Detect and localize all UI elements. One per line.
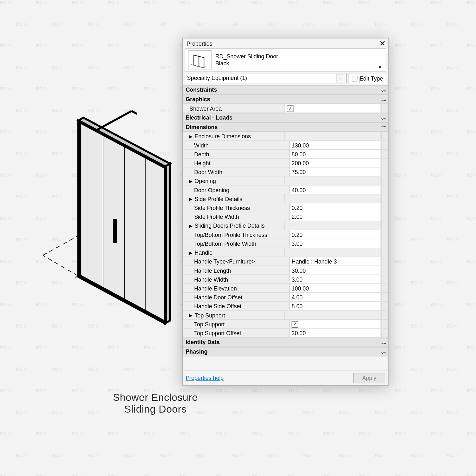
svg-rect-198: [24, 238, 27, 241]
svg-rect-350: [311, 411, 314, 414]
param-handle-width: Handle Width3.00: [183, 275, 388, 284]
svg-rect-23: [204, 23, 206, 25]
svg-rect-1: [44, 1, 47, 4]
expand-icon: ▶: [189, 134, 192, 139]
svg-rect-349: [276, 411, 278, 414]
param-side-width: Side Profile Width2.00: [183, 212, 388, 221]
svg-rect-318: [455, 368, 458, 370]
svg-rect-76: [152, 88, 154, 90]
svg-rect-155: [403, 174, 406, 176]
type-selector[interactable]: RD_Shower Sliding Door Black ▼: [185, 49, 386, 72]
category-identity[interactable]: Identity Data⌄⌄: [183, 337, 388, 347]
type-thumbnail: [188, 50, 212, 70]
svg-rect-47: [403, 44, 406, 47]
svg-line-439: [132, 111, 137, 114]
svg-rect-75: [116, 88, 119, 90]
svg-rect-138: [455, 152, 458, 155]
svg-rect-102: [455, 109, 458, 112]
group-handle[interactable]: ▶Handle: [183, 248, 388, 257]
edit-type-button[interactable]: Edit Type: [349, 73, 386, 84]
properties-help-link[interactable]: Properties help: [186, 375, 224, 381]
group-side-profile[interactable]: ▶Side Profile Details: [183, 194, 388, 203]
svg-rect-388: [383, 454, 386, 457]
param-door-width: Door Width75.00: [183, 167, 388, 176]
svg-rect-216: [8, 260, 11, 263]
group-sliding-profile[interactable]: ▶Sliding Doors Profile Details: [183, 221, 388, 230]
param-handle-door-offset: Handle Door Offset4.00: [183, 293, 388, 302]
category-selector[interactable]: Specialty Equipment (1) ⌄: [185, 73, 347, 83]
svg-rect-367: [260, 433, 262, 435]
svg-rect-90: [24, 109, 27, 112]
param-handle-type: Handle Type<Furniture>Handle : Handle 3: [183, 257, 388, 266]
svg-rect-362: [80, 433, 82, 435]
svg-rect-173: [419, 195, 422, 198]
svg-rect-389: [419, 454, 422, 457]
category-dimensions[interactable]: Dimensions⌃⌃: [183, 122, 388, 132]
svg-rect-144: [8, 174, 11, 176]
checkbox-checked-icon[interactable]: ✓: [292, 321, 298, 328]
svg-rect-174: [455, 195, 458, 198]
svg-rect-369: [331, 433, 334, 435]
category-electrical[interactable]: Electrical - Loads⌄⌄: [183, 113, 388, 122]
svg-rect-40: [152, 44, 154, 47]
svg-rect-38: [80, 44, 82, 47]
svg-rect-381: [132, 454, 134, 457]
category-phasing[interactable]: Phasing⌄⌄: [183, 347, 388, 356]
svg-rect-55: [60, 66, 62, 68]
svg-rect-5: [188, 1, 190, 4]
svg-rect-8: [296, 1, 298, 4]
properties-panel: Properties ✕ RD_Shower Sliding Door Blac…: [182, 38, 388, 386]
param-shower-area[interactable]: Shower Area ✓: [183, 104, 388, 113]
svg-rect-228: [439, 260, 442, 263]
svg-rect-25: [276, 23, 278, 25]
category-graphics[interactable]: Graphics⌄⌄: [183, 95, 388, 104]
expand-icon: ▶: [189, 223, 192, 228]
category-selector-label: Specialty Equipment (1): [187, 75, 247, 82]
chevron-down-icon[interactable]: ▼: [378, 65, 382, 70]
svg-rect-372: [439, 433, 442, 435]
chevron-down-icon[interactable]: ⌄: [336, 74, 344, 82]
svg-rect-363: [116, 433, 119, 435]
svg-rect-9: [331, 1, 334, 4]
svg-rect-264: [439, 303, 442, 306]
svg-rect-306: [24, 368, 27, 370]
svg-rect-30: [455, 23, 458, 25]
group-opening[interactable]: ▶Opening: [183, 177, 388, 186]
svg-rect-288: [8, 346, 11, 349]
svg-rect-73: [44, 88, 47, 90]
svg-rect-227: [403, 260, 406, 263]
svg-rect-282: [455, 325, 458, 327]
svg-rect-12: [439, 1, 442, 4]
svg-marker-435: [78, 121, 165, 323]
apply-button[interactable]: Apply: [353, 373, 385, 383]
svg-rect-383: [204, 454, 206, 457]
svg-rect-366: [224, 433, 226, 435]
svg-rect-54: [24, 66, 27, 68]
param-side-thickness: Side Profile Thickness0.20: [183, 203, 388, 212]
group-top-support[interactable]: ▶Top Support: [183, 311, 388, 320]
svg-rect-191: [403, 217, 406, 219]
type-names: RD_Shower Sliding Door Black: [215, 53, 278, 68]
product-title: Shower Enclosure Sliding Doors: [95, 392, 216, 415]
svg-rect-378: [24, 454, 27, 457]
svg-rect-6: [224, 1, 226, 4]
svg-rect-324: [8, 389, 11, 392]
svg-rect-386: [311, 454, 314, 457]
expand-icon: ▶: [189, 313, 192, 317]
svg-rect-180: [8, 217, 11, 219]
svg-rect-126: [24, 152, 27, 155]
svg-rect-351: [347, 411, 350, 414]
svg-rect-7: [260, 1, 262, 4]
svg-rect-335: [403, 389, 406, 392]
svg-rect-37: [44, 44, 47, 47]
svg-rect-36: [8, 44, 11, 47]
close-icon[interactable]: ✕: [379, 41, 385, 47]
svg-rect-120: [439, 131, 442, 133]
svg-rect-39: [116, 44, 119, 47]
svg-rect-246: [455, 282, 458, 284]
panel-title: Properties: [186, 40, 212, 47]
checkbox-checked-icon[interactable]: ✓: [287, 105, 294, 112]
category-constraints[interactable]: Constraints⌄⌄: [183, 85, 388, 95]
param-height: Height200.00: [183, 159, 388, 167]
group-enclosure-dimensions[interactable]: ▶Enclosure Dimensions: [183, 132, 388, 141]
